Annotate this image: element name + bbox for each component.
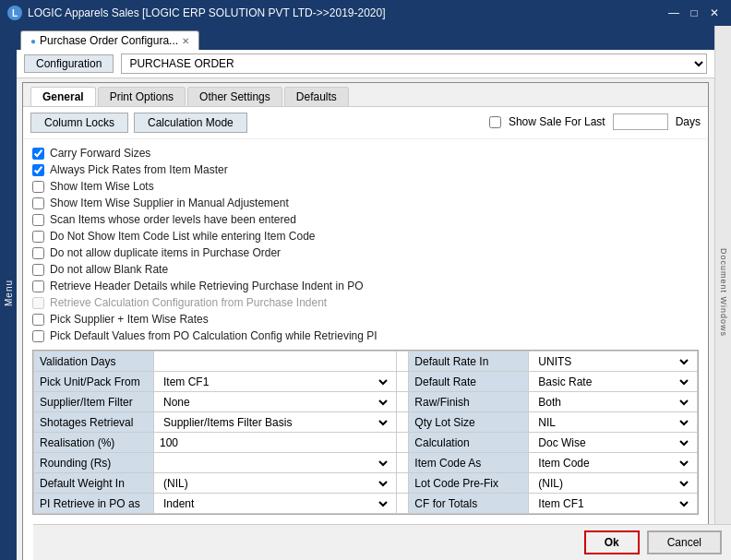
grid-right-value-1[interactable]: Basic Rate bbox=[529, 372, 698, 392]
config-dropdown[interactable]: PURCHASE ORDER bbox=[121, 54, 707, 74]
grid-left-value-1[interactable]: Item CF1 bbox=[154, 372, 397, 392]
grid-row-3: Shotages RetrievalSupplier/Items Filter … bbox=[34, 412, 698, 433]
checkbox-label-2: Show Item Wise Lots bbox=[50, 180, 154, 193]
close-button[interactable]: ✕ bbox=[705, 4, 724, 22]
checkbox-4[interactable] bbox=[32, 214, 44, 226]
show-sale-for-last-checkbox[interactable] bbox=[489, 116, 501, 128]
grid-right-value-3[interactable]: NIL bbox=[529, 412, 698, 433]
configuration-button[interactable]: Configuration bbox=[24, 54, 114, 73]
checkbox-label-1: Always Pick Rates from Item Master bbox=[50, 163, 228, 176]
checkboxes-container: Carry Forward SizesAlways Pick Rates fro… bbox=[32, 145, 699, 344]
grid-left-select-1[interactable]: Item CF1 bbox=[160, 375, 390, 389]
tab-defaults[interactable]: Defaults bbox=[284, 87, 349, 106]
grid-right-value-7[interactable]: Item CF1 bbox=[529, 494, 698, 514]
checkbox-10[interactable] bbox=[32, 314, 44, 326]
grid-left-label-2: Supplier/Item Filter bbox=[34, 392, 154, 412]
grid-right-value-4[interactable]: Doc Wise bbox=[529, 433, 698, 453]
app-title: LOGIC Apparels Sales [LOGIC ERP SOLUTION… bbox=[28, 6, 386, 19]
grid-left-value-6[interactable]: (NIL) bbox=[154, 473, 397, 494]
grid-left-value-0[interactable] bbox=[154, 351, 397, 372]
document-windows-sidebar: Document Windows bbox=[714, 26, 731, 560]
checkbox-row-3: Show Item Wise Supplier in Manual Adjust… bbox=[32, 195, 699, 211]
checkbox-label-7: Do not allow Blank Rate bbox=[50, 263, 168, 276]
grid-right-label-2: Raw/Finish bbox=[409, 392, 529, 412]
grid-right-label-1: Default Rate bbox=[409, 372, 529, 392]
checkbox-0[interactable] bbox=[32, 148, 44, 160]
grid-left-label-3: Shotages Retrieval bbox=[34, 412, 154, 433]
grid-right-value-5[interactable]: Item Code bbox=[529, 453, 698, 473]
grid-left-label-5: Rounding (Rs) bbox=[34, 453, 154, 473]
grid-right-label-6: Lot Code Pre-Fix bbox=[409, 473, 529, 494]
show-sale-row: Show Sale For Last Days bbox=[489, 113, 701, 131]
checkbox-9[interactable] bbox=[32, 297, 44, 309]
grid-left-input-0[interactable] bbox=[160, 355, 390, 368]
grid-spacer-0 bbox=[397, 351, 409, 372]
grid-right-select-7[interactable]: Item CF1 bbox=[534, 496, 691, 511]
checkbox-label-5: Do Not Show Item Code List while enterin… bbox=[50, 230, 315, 243]
tab-close-icon[interactable]: ✕ bbox=[182, 36, 189, 46]
grid-right-value-2[interactable]: Both bbox=[529, 392, 698, 412]
tab-other-settings[interactable]: Other Settings bbox=[187, 87, 282, 106]
grid-spacer-2 bbox=[397, 392, 409, 412]
maximize-button[interactable]: □ bbox=[685, 4, 703, 22]
grid-spacer-4 bbox=[397, 433, 409, 453]
grid-left-value-5[interactable] bbox=[154, 453, 397, 473]
checkbox-11[interactable] bbox=[32, 330, 44, 342]
grid-right-select-5[interactable]: Item Code bbox=[534, 456, 691, 471]
grid-left-select-7[interactable]: Indent bbox=[160, 496, 390, 511]
dialog-tabs: General Print Options Other Settings Def… bbox=[23, 83, 708, 107]
checkbox-label-10: Pick Supplier + Item Wise Rates bbox=[50, 313, 209, 326]
checkbox-row-5: Do Not Show Item Code List while enterin… bbox=[32, 228, 699, 244]
checkbox-5[interactable] bbox=[32, 231, 44, 243]
grid-left-select-6[interactable]: (NIL) bbox=[160, 476, 390, 491]
grid-right-select-0[interactable]: UNITS bbox=[534, 354, 691, 369]
checkbox-6[interactable] bbox=[32, 247, 44, 259]
grid-right-select-3[interactable]: NIL bbox=[534, 415, 691, 430]
checkbox-8[interactable] bbox=[32, 280, 44, 292]
calculation-mode-button[interactable]: Calculation Mode bbox=[134, 113, 247, 133]
tab-purchase-order-config[interactable]: ● Purchase Order Configura... ✕ bbox=[20, 30, 199, 50]
grid-right-select-6[interactable]: (NIL) bbox=[534, 476, 691, 491]
column-locks-button[interactable]: Column Locks bbox=[30, 113, 128, 133]
config-grid: Validation DaysDefault Rate InUNITSPick … bbox=[33, 351, 698, 514]
ok-button[interactable]: Ok bbox=[584, 530, 640, 554]
checkbox-row-4: Scan Items whose order levels have been … bbox=[32, 211, 699, 228]
grid-right-label-5: Item Code As bbox=[409, 453, 529, 473]
dialog: General Print Options Other Settings Def… bbox=[22, 82, 709, 560]
checkbox-row-1: Always Pick Rates from Item Master bbox=[32, 161, 699, 178]
grid-right-value-6[interactable]: (NIL) bbox=[529, 473, 698, 494]
cancel-button[interactable]: Cancel bbox=[647, 530, 722, 554]
grid-right-select-1[interactable]: Basic Rate bbox=[534, 375, 691, 389]
tab-bar: ● Purchase Order Configura... ✕ bbox=[17, 26, 714, 50]
grid-left-value-7[interactable]: Indent bbox=[154, 494, 397, 514]
checkbox-row-0: Carry Forward Sizes bbox=[32, 145, 699, 161]
checkbox-label-11: Pick Default Values from PO Calculation … bbox=[50, 329, 377, 342]
tab-general[interactable]: General bbox=[30, 87, 96, 106]
menu-sidebar-label: Menu bbox=[4, 280, 14, 306]
grid-left-select-5[interactable] bbox=[160, 456, 390, 471]
grid-left-value-3[interactable]: Supplier/Items Filter Basis bbox=[154, 412, 397, 433]
checkbox-2[interactable] bbox=[32, 181, 44, 193]
grid-left-select-2[interactable]: None bbox=[160, 395, 390, 410]
checkbox-1[interactable] bbox=[32, 164, 44, 176]
days-label: Days bbox=[676, 115, 701, 128]
grid-left-value-2[interactable]: None bbox=[154, 392, 397, 412]
grid-right-value-0[interactable]: UNITS bbox=[529, 351, 698, 372]
grid-left-select-3[interactable]: Supplier/Items Filter Basis bbox=[160, 415, 390, 430]
minimize-button[interactable]: — bbox=[665, 4, 683, 22]
grid-spacer-5 bbox=[397, 453, 409, 473]
grid-right-select-4[interactable]: Doc Wise bbox=[534, 435, 691, 450]
grid-right-select-2[interactable]: Both bbox=[534, 395, 691, 410]
grid-left-value-4[interactable] bbox=[154, 433, 397, 453]
checkbox-label-0: Carry Forward Sizes bbox=[50, 147, 150, 160]
checkbox-7[interactable] bbox=[32, 264, 44, 276]
main-content: ● Purchase Order Configura... ✕ Configur… bbox=[17, 26, 714, 560]
tab-print-options[interactable]: Print Options bbox=[98, 87, 186, 106]
window-controls[interactable]: — □ ✕ bbox=[665, 4, 724, 22]
grid-left-input-4[interactable] bbox=[160, 436, 390, 449]
checkbox-3[interactable] bbox=[32, 197, 44, 209]
show-sale-days-input[interactable] bbox=[613, 113, 668, 130]
grid-right-label-3: Qty Lot Size bbox=[409, 412, 529, 433]
dialog-toolbar: Column Locks Calculation Mode Show Sale … bbox=[23, 107, 708, 139]
footer-bar: Ok Cancel bbox=[33, 524, 731, 560]
